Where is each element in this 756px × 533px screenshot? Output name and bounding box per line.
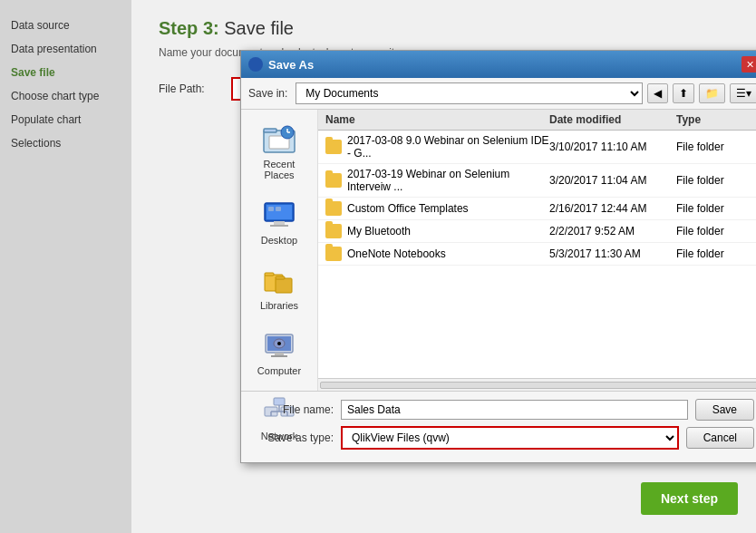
table-row[interactable]: OneNote Notebooks 5/3/2017 11:30 AM File… — [318, 243, 756, 266]
sidebar-item-data-presentation[interactable]: Data presentation — [0, 37, 131, 61]
file-name-label: File name: — [252, 403, 334, 416]
file-name-input[interactable] — [341, 400, 688, 420]
up-button[interactable]: ⬆ — [673, 83, 694, 103]
svg-rect-1 — [264, 129, 276, 132]
folder-icon — [325, 224, 342, 238]
save-as-type-label: Save as type: — [252, 431, 334, 444]
dialog-save-button[interactable]: Save — [695, 399, 754, 421]
save-in-select[interactable]: My Documents — [296, 82, 643, 104]
file-name-cell: Custom Office Templates — [325, 201, 549, 216]
folder-icon — [325, 140, 342, 154]
sidebar-item-selections[interactable]: Selections — [0, 131, 131, 155]
file-path-label: File Path: — [159, 82, 222, 95]
horizontal-scrollbar[interactable] — [318, 378, 756, 391]
svg-rect-19 — [271, 355, 287, 357]
dialog-body: Recent Places Desk — [241, 110, 756, 391]
svg-rect-13 — [265, 273, 274, 276]
new-folder-button[interactable]: 📁 — [699, 83, 725, 103]
sidebar-item-save-file[interactable]: Save file — [0, 61, 131, 84]
file-name-cell: 2017-03-08 9.0 Webinar on Selenium IDE -… — [325, 134, 549, 160]
file-name-cell: OneNote Notebooks — [325, 247, 549, 261]
sidebar-item-populate-chart[interactable]: Populate chart — [0, 108, 131, 131]
file-name-cell: My Bluetooth — [325, 224, 549, 238]
save-as-type-select[interactable]: QlikView Files (qvw) — [341, 426, 679, 450]
svg-rect-11 — [276, 207, 281, 211]
file-list-content[interactable]: 2017-03-08 9.0 Webinar on Selenium IDE -… — [318, 131, 756, 378]
table-row[interactable]: Custom Office Templates 2/16/2017 12:44 … — [318, 198, 756, 220]
dialog-bottom: File name: Save Save as type: QlikView F… — [241, 391, 756, 462]
svg-rect-18 — [275, 353, 284, 355]
shortcut-recent-places[interactable]: Recent Places — [246, 119, 313, 184]
file-list-area: Name Date modified Type 2017-03-08 9.0 W… — [318, 110, 756, 391]
computer-label: Computer — [257, 365, 301, 376]
svg-rect-9 — [270, 225, 288, 227]
table-row[interactable]: 2017-03-08 9.0 Webinar on Selenium IDE -… — [318, 131, 756, 164]
file-name-row: File name: Save — [252, 399, 754, 421]
dialog-title: Save As — [268, 58, 314, 72]
col-type-header: Type — [676, 113, 756, 126]
recent-places-label: Recent Places — [249, 159, 309, 180]
sidebar-item-data-source[interactable]: Data source — [0, 14, 131, 37]
col-name-header: Name — [325, 113, 549, 126]
shortcut-libraries[interactable]: Libraries — [257, 260, 302, 315]
svg-point-21 — [277, 342, 281, 345]
shortcut-computer[interactable]: Computer — [254, 325, 305, 380]
desktop-label: Desktop — [261, 235, 297, 246]
sidebar-item-choose-chart-type[interactable]: Choose chart type — [0, 84, 131, 108]
folder-icon — [325, 173, 342, 188]
table-row[interactable]: My Bluetooth 2/2/2017 9:52 AM File folde… — [318, 220, 756, 243]
dialog-toolbar: Save in: My Documents ◀ ⬆ 📁 ☰▾ — [241, 78, 756, 110]
dialog-qlik-icon — [248, 57, 263, 72]
folder-icon — [325, 201, 342, 216]
col-date-header: Date modified — [549, 113, 676, 126]
folder-icon — [325, 247, 342, 261]
shortcut-desktop[interactable]: Desktop — [257, 195, 301, 249]
next-step-button[interactable]: Next step — [641, 482, 738, 515]
libraries-label: Libraries — [260, 300, 298, 311]
save-type-row: Save as type: QlikView Files (qvw) Cance… — [252, 426, 754, 450]
dialog-titlebar: Save As ✕ — [241, 51, 756, 78]
svg-rect-8 — [274, 221, 285, 225]
step-title: Step 3: Save file — [159, 18, 729, 39]
table-row[interactable]: 2017-03-19 Webinar on Selenium Interveiw… — [318, 164, 756, 198]
view-button[interactable]: ☰▾ — [730, 83, 756, 103]
sidebar: Data source Data presentation Save file … — [0, 0, 131, 533]
save-in-label: Save in: — [248, 87, 287, 100]
file-list-header: Name Date modified Type — [318, 110, 756, 131]
svg-rect-15 — [276, 276, 285, 279]
file-name-cell: 2017-03-19 Webinar on Selenium Interveiw… — [325, 168, 549, 193]
main-content: Step 3: Save file Name your document and… — [131, 0, 756, 533]
svg-rect-10 — [268, 207, 274, 211]
shortcuts-panel: Recent Places Desk — [241, 110, 318, 391]
svg-rect-14 — [276, 278, 292, 293]
back-button[interactable]: ◀ — [647, 83, 668, 103]
save-as-dialog: Save As ✕ Save in: My Documents ◀ ⬆ 📁 ☰▾ — [240, 50, 756, 463]
dialog-close-button[interactable]: ✕ — [741, 56, 756, 73]
dialog-cancel-button[interactable]: Cancel — [686, 427, 754, 449]
